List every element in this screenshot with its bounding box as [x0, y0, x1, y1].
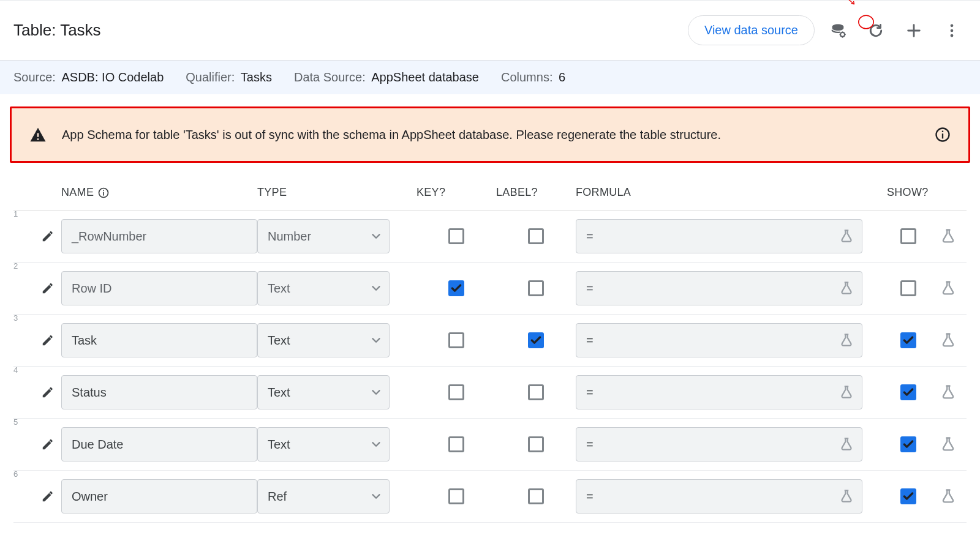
- edit-column-button[interactable]: [34, 334, 61, 347]
- key-checkbox[interactable]: [448, 228, 464, 244]
- beaker-icon: [940, 384, 957, 401]
- col-header-key: KEY?: [417, 186, 496, 199]
- column-name-input[interactable]: Row ID: [61, 271, 257, 305]
- info-icon[interactable]: [934, 126, 951, 143]
- columns-count-label: Columns:: [501, 70, 552, 84]
- show-expression-button[interactable]: [930, 384, 967, 401]
- beaker-icon: [940, 332, 957, 349]
- chevron-down-icon: [369, 386, 383, 399]
- label-checkbox[interactable]: [528, 384, 544, 400]
- column-row: 4 Status Text =: [13, 367, 967, 419]
- source-strip: Source: ASDB: IO Codelab Qualifier: Task…: [0, 61, 980, 94]
- datasource-value: AppSheet database: [371, 70, 479, 84]
- show-checkbox[interactable]: [900, 384, 916, 400]
- regenerate-button[interactable]: [861, 16, 891, 45]
- key-checkbox[interactable]: [448, 332, 464, 348]
- column-row: 6 Owner Ref =: [13, 471, 967, 523]
- qualifier-value: Tasks: [241, 70, 272, 84]
- show-expression-button[interactable]: [930, 280, 967, 297]
- label-checkbox[interactable]: [528, 332, 544, 348]
- column-name-input[interactable]: _RowNumber: [61, 219, 257, 253]
- chevron-down-icon: [369, 230, 383, 243]
- column-name-input[interactable]: Owner: [61, 479, 257, 514]
- show-checkbox[interactable]: [900, 332, 916, 348]
- pencil-icon: [41, 334, 55, 347]
- key-checkbox[interactable]: [448, 384, 464, 400]
- show-expression-button[interactable]: [930, 332, 967, 349]
- column-row: 2 Row ID Text =: [13, 263, 967, 315]
- column-row: 5 Due Date Text =: [13, 419, 967, 471]
- column-name-input[interactable]: Due Date: [61, 427, 257, 461]
- qualifier-label: Qualifier:: [186, 70, 235, 84]
- edit-column-button[interactable]: [34, 386, 61, 399]
- column-type-select[interactable]: Text: [257, 427, 390, 461]
- show-checkbox[interactable]: [900, 436, 916, 452]
- source-value: ASDB: IO Codelab: [62, 70, 164, 84]
- key-checkbox[interactable]: [448, 280, 464, 296]
- more-menu-button[interactable]: [937, 16, 967, 45]
- show-expression-button[interactable]: [930, 488, 967, 505]
- formula-input[interactable]: =: [576, 427, 862, 461]
- pencil-icon: [41, 490, 55, 503]
- key-checkbox[interactable]: [448, 488, 464, 504]
- datasource-label: Data Source:: [294, 70, 366, 84]
- show-checkbox[interactable]: [900, 488, 916, 504]
- edit-column-button[interactable]: [34, 230, 61, 243]
- refresh-icon: [867, 22, 884, 39]
- columns-header-row: NAME TYPE KEY? LABEL? FORMULA SHOW?: [13, 176, 967, 211]
- show-expression-button[interactable]: [930, 436, 967, 453]
- column-type-select[interactable]: Text: [257, 375, 390, 409]
- chevron-down-icon: [369, 438, 383, 451]
- key-checkbox[interactable]: [448, 436, 464, 452]
- database-gear-icon: [829, 22, 846, 39]
- label-checkbox[interactable]: [528, 228, 544, 244]
- chevron-down-icon: [369, 282, 383, 295]
- row-number: 3: [13, 313, 18, 323]
- beaker-icon: [940, 228, 957, 245]
- source-label: Source:: [13, 70, 56, 84]
- show-expression-button[interactable]: [930, 228, 967, 245]
- datasource-settings-button[interactable]: [823, 16, 853, 45]
- beaker-icon: [839, 436, 854, 452]
- formula-input[interactable]: =: [576, 219, 862, 253]
- row-number: 4: [13, 365, 18, 375]
- add-button[interactable]: [899, 16, 929, 45]
- edit-column-button[interactable]: [34, 490, 61, 503]
- show-checkbox[interactable]: [900, 280, 916, 296]
- beaker-icon: [839, 228, 854, 244]
- column-type-select[interactable]: Ref: [257, 479, 390, 514]
- row-number: 2: [13, 261, 18, 271]
- edit-column-button[interactable]: [34, 282, 61, 295]
- show-checkbox[interactable]: [900, 228, 916, 244]
- row-number: 6: [13, 469, 18, 479]
- column-type-select[interactable]: Text: [257, 323, 390, 357]
- edit-column-button[interactable]: [34, 438, 61, 451]
- column-row: 1 _RowNumber Number =: [13, 211, 967, 263]
- columns-table: NAME TYPE KEY? LABEL? FORMULA SHOW? 1 _R…: [0, 170, 980, 523]
- label-checkbox[interactable]: [528, 488, 544, 504]
- schema-warning-message: App Schema for table 'Tasks' is out of s…: [62, 128, 934, 142]
- col-header-name: NAME: [61, 186, 257, 199]
- formula-input[interactable]: =: [576, 375, 862, 409]
- view-data-source-button[interactable]: View data source: [688, 15, 815, 45]
- col-header-label: LABEL?: [496, 186, 576, 199]
- more-vert-icon: [943, 22, 960, 39]
- col-header-show: SHOW?: [887, 186, 967, 199]
- beaker-icon: [839, 384, 854, 400]
- column-name-input[interactable]: Status: [61, 375, 257, 409]
- columns-count-value: 6: [559, 70, 565, 84]
- formula-input[interactable]: =: [576, 323, 862, 357]
- row-number: 1: [13, 209, 18, 218]
- formula-input[interactable]: =: [576, 271, 862, 305]
- chevron-down-icon: [369, 490, 383, 503]
- pencil-icon: [41, 386, 55, 399]
- label-checkbox[interactable]: [528, 280, 544, 296]
- column-type-select[interactable]: Number: [257, 219, 390, 253]
- formula-input[interactable]: =: [576, 479, 862, 514]
- col-header-formula: FORMULA: [576, 186, 887, 199]
- label-checkbox[interactable]: [528, 436, 544, 452]
- column-name-input[interactable]: Task: [61, 323, 257, 357]
- info-icon[interactable]: [97, 187, 110, 199]
- column-type-select[interactable]: Text: [257, 271, 390, 305]
- warning-icon: [29, 125, 47, 144]
